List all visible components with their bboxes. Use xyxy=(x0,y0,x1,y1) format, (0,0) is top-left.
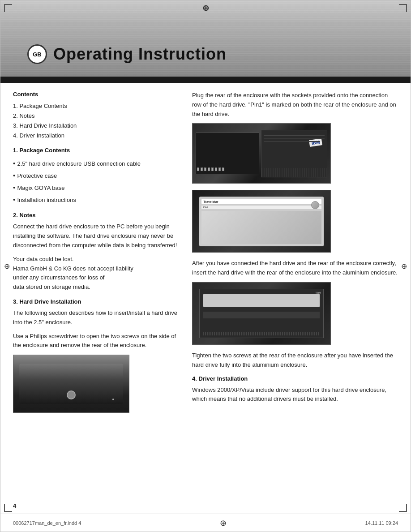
black-divider-bar xyxy=(0,77,411,83)
list-item: 2.5" hard drive enclosure USB connection… xyxy=(13,157,179,169)
hdd-connector-photo-1: IBM xyxy=(192,123,331,184)
page-number: 4 xyxy=(13,502,16,509)
footer-right-text: 14.11.11 09:24 xyxy=(365,520,398,526)
list-item: Installation instructions xyxy=(13,193,179,206)
list-item: 4. Driver Installation xyxy=(13,131,179,141)
notes-text-2: Your data could be lost. Hama GmbH & Co … xyxy=(13,255,179,292)
package-contents-heading: 1. Package Contents xyxy=(13,147,179,154)
ibm-label: IBM xyxy=(309,138,323,147)
hdd-install-text-1: The following section describes how to i… xyxy=(13,309,179,327)
corner-mark-bl xyxy=(4,504,12,512)
crosshair-right-icon: ⊕ xyxy=(401,262,407,270)
contents-list: 1. Package Contents 2. Notes 3. Hard Dri… xyxy=(13,101,179,141)
page-container: ⊕ GB Operating Instruction ⊕ ⊕ Contents … xyxy=(0,0,411,532)
notes-heading: 2. Notes xyxy=(13,212,179,219)
crosshair-left-icon: ⊕ xyxy=(4,262,10,270)
crosshair-bottom-icon: ⊕ xyxy=(220,518,227,528)
list-item: Protective case xyxy=(13,169,179,181)
corner-mark-tr xyxy=(399,4,407,12)
page-footer: 00062717man_de_en_fr.indd 4 ⊕ 14.11.11 0… xyxy=(0,514,411,532)
list-item: 1. Package Contents xyxy=(13,101,179,111)
driver-install-heading: 4. Driver Installation xyxy=(192,375,398,382)
hdd-travelstar-photo: manualslib.com Travelstar IBM xyxy=(192,190,331,253)
hdd-inserted-photo: manualslib.com IBM xyxy=(192,282,331,345)
list-item: 2. Notes xyxy=(13,111,179,121)
enclosure-photo: ● xyxy=(13,355,129,413)
hdd-install-heading: 3. Hard Drive Installation xyxy=(13,298,179,305)
contents-heading: Contents xyxy=(13,91,179,98)
main-content: Contents 1. Package Contents 2. Notes 3.… xyxy=(0,83,411,427)
hdd-install-text-2: Use a Philips screwdriver to open the tw… xyxy=(13,332,179,351)
crosshair-top-icon: ⊕ xyxy=(202,3,209,13)
corner-mark-br xyxy=(399,504,407,512)
notes-text-1: Connect the hard drive enclosure to the … xyxy=(13,222,179,250)
list-item: Magix GOYA base xyxy=(13,181,179,193)
title-row: GB Operating Instruction xyxy=(27,44,227,64)
package-list: 2.5" hard drive enclosure USB connection… xyxy=(13,157,179,206)
header-area: ⊕ GB Operating Instruction xyxy=(0,0,411,77)
after-connect-text: After you have connected the hard drive … xyxy=(192,259,398,278)
left-column: Contents 1. Package Contents 2. Notes 3.… xyxy=(13,91,188,419)
driver-install-text: Windows 2000/XP/Vista include driver sup… xyxy=(192,386,398,404)
right-column: Plug the rear of the enclosure with the … xyxy=(188,91,398,419)
plug-text: Plug the rear of the enclosure with the … xyxy=(192,91,398,119)
tighten-text: Tighten the two screws at the rear of th… xyxy=(192,351,398,370)
corner-mark-tl xyxy=(4,4,12,12)
main-title: Operating Instruction xyxy=(53,45,227,64)
footer-left-text: 00062717man_de_en_fr.indd 4 xyxy=(13,520,81,526)
gb-badge: GB xyxy=(27,44,47,64)
list-item: 3. Hard Drive Installation xyxy=(13,121,179,131)
